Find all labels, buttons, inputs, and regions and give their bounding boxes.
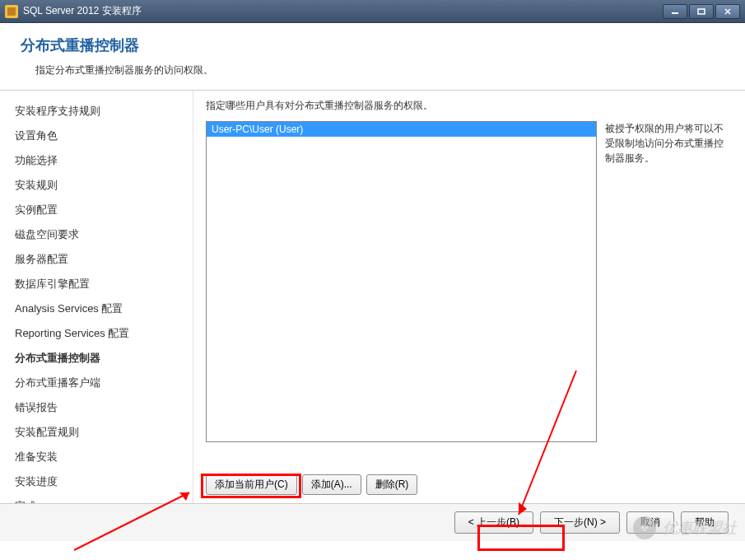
wizard-step: 安装配置规则: [0, 420, 193, 445]
main-panel: 指定哪些用户具有对分布式重播控制器服务的权限。 User-PC\User (Us…: [193, 91, 745, 503]
add-user-button[interactable]: 添加(A)...: [302, 474, 361, 495]
wizard-steps-sidebar: 安装程序支持规则设置角色功能选择安装规则实例配置磁盘空间要求服务器配置数据库引擎…: [0, 91, 193, 503]
page-title: 分布式重播控制器: [21, 35, 745, 55]
wizard-step: 安装进度: [0, 469, 193, 494]
list-row: User-PC\User (User) 被授予权限的用户将可以不受限制地访问分布…: [206, 121, 733, 468]
watermark-text: 优惠联盟社: [663, 518, 737, 538]
wizard-step: 服务器配置: [0, 247, 193, 272]
maximize-button[interactable]: [689, 4, 714, 19]
minimize-button[interactable]: [663, 4, 687, 19]
window-title: SQL Server 2012 安装程序: [23, 4, 663, 18]
wizard-step: 实例配置: [0, 198, 193, 222]
window-controls: [663, 4, 740, 19]
wizard-step: 磁盘空间要求: [0, 222, 193, 247]
wizard-step: 分布式重播控制器: [0, 346, 193, 371]
wizard-step: Reporting Services 配置: [0, 321, 193, 346]
watermark: ✧ 优惠联盟社: [633, 516, 737, 539]
user-buttons-row: 添加当前用户(C) 添加(A)... 删除(R): [206, 474, 733, 495]
page-header: 分布式重播控制器 指定分布式重播控制器服务的访问权限。: [0, 23, 745, 91]
user-list-item[interactable]: User-PC\User (User): [207, 122, 596, 137]
page-subtitle: 指定分布式重播控制器服务的访问权限。: [21, 63, 745, 77]
wizard-step: 数据库引擎配置: [0, 272, 193, 296]
users-listbox[interactable]: User-PC\User (User): [206, 121, 597, 442]
wizard-step: 完成: [0, 494, 193, 503]
installer-window: SQL Server 2012 安装程序 分布式重播控制器 指定分布式重播控制器…: [0, 0, 745, 560]
remove-user-button[interactable]: 删除(R): [366, 474, 418, 495]
back-button[interactable]: < 上一步(B): [454, 511, 533, 534]
permission-help-text: 被授予权限的用户将可以不受限制地访问分布式重播控制器服务。: [605, 121, 733, 468]
wizard-step: Analysis Services 配置: [0, 296, 193, 321]
close-button[interactable]: [715, 4, 740, 19]
wizard-step: 错误报告: [0, 395, 193, 420]
wizard-step: 分布式重播客户端: [0, 371, 193, 395]
watermark-icon: ✧: [633, 516, 656, 539]
wizard-step: 功能选择: [0, 148, 193, 173]
next-button[interactable]: 下一步(N) >: [540, 511, 620, 534]
app-icon: [5, 5, 18, 18]
svg-rect-1: [698, 9, 705, 14]
wizard-step: 准备安装: [0, 445, 193, 469]
wizard-step: 安装程序支持规则: [0, 99, 193, 124]
page-body: 安装程序支持规则设置角色功能选择安装规则实例配置磁盘空间要求服务器配置数据库引擎…: [0, 91, 745, 504]
wizard-step: 设置角色: [0, 124, 193, 148]
titlebar: SQL Server 2012 安装程序: [0, 0, 745, 23]
permission-prompt: 指定哪些用户具有对分布式重播控制器服务的权限。: [206, 99, 733, 113]
wizard-step: 安装规则: [0, 173, 193, 198]
add-current-user-button[interactable]: 添加当前用户(C): [206, 474, 297, 495]
